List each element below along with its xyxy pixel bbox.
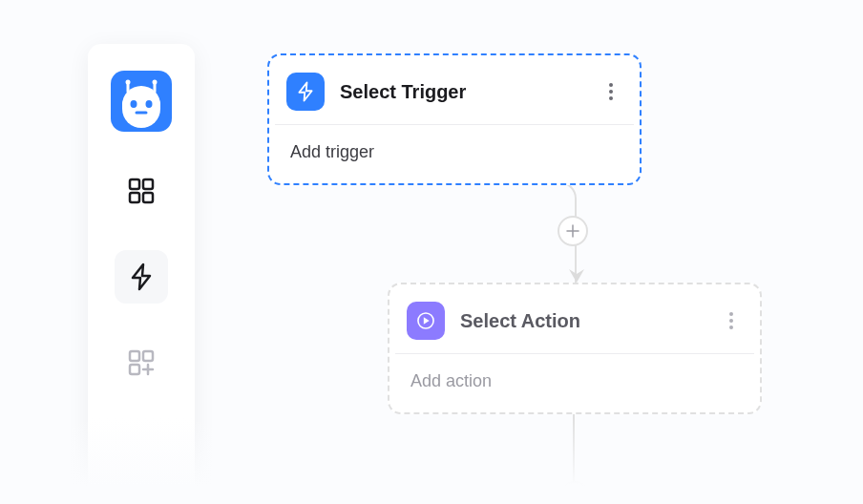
svg-rect-15 <box>130 365 139 374</box>
add-step-button[interactable] <box>559 481 590 504</box>
connector <box>573 410 575 487</box>
trigger-node[interactable]: Select Trigger Add trigger <box>267 53 642 185</box>
flow-canvas: Select Trigger Add trigger Select Action <box>267 53 859 504</box>
grid-plus-icon <box>127 348 156 377</box>
svg-rect-10 <box>143 179 153 189</box>
play-circle-icon <box>415 310 436 331</box>
svg-point-4 <box>153 80 158 85</box>
svg-point-22 <box>609 83 613 87</box>
sidebar <box>88 44 195 504</box>
add-step-button[interactable] <box>558 216 588 246</box>
svg-rect-14 <box>143 351 153 361</box>
dots-vertical-icon <box>729 312 733 329</box>
svg-point-28 <box>729 326 733 329</box>
trigger-title: Select Trigger <box>340 81 600 103</box>
action-title: Select Action <box>460 310 720 332</box>
svg-point-2 <box>126 80 131 85</box>
trigger-menu-button[interactable] <box>600 80 622 103</box>
app-logo[interactable] <box>111 71 172 132</box>
sidebar-item-integrations[interactable] <box>115 336 168 389</box>
action-icon-tile <box>407 302 445 340</box>
plus-icon <box>568 490 581 503</box>
svg-rect-11 <box>130 193 139 202</box>
plus-icon <box>566 224 579 238</box>
svg-point-24 <box>609 96 613 100</box>
svg-point-7 <box>146 100 153 108</box>
svg-point-23 <box>609 90 613 94</box>
bolt-icon <box>295 81 316 102</box>
sidebar-item-apps[interactable] <box>115 164 168 218</box>
action-header: Select Action <box>389 284 760 353</box>
action-body-button[interactable]: Add action <box>389 354 760 412</box>
bolt-icon <box>127 262 156 291</box>
trigger-header: Select Trigger <box>269 55 640 124</box>
action-menu-button[interactable] <box>720 309 743 332</box>
trigger-icon-tile <box>286 73 325 111</box>
dots-vertical-icon <box>609 83 613 100</box>
robot-icon <box>111 71 172 132</box>
svg-point-27 <box>729 319 733 323</box>
sidebar-item-automations[interactable] <box>115 250 168 304</box>
svg-point-6 <box>131 100 137 108</box>
svg-point-26 <box>729 312 733 316</box>
action-node[interactable]: Select Action Add action <box>388 283 762 414</box>
grid-icon <box>127 177 156 205</box>
svg-rect-12 <box>143 193 153 202</box>
svg-rect-9 <box>130 179 139 189</box>
svg-rect-13 <box>130 351 139 361</box>
trigger-body-button[interactable]: Add trigger <box>269 125 640 183</box>
connector-arrow-icon <box>569 269 584 283</box>
